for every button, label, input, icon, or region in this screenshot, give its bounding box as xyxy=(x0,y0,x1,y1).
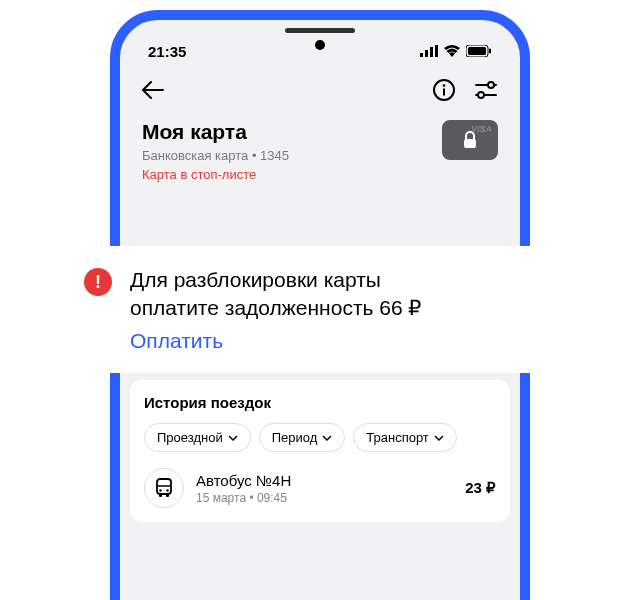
trip-date: 15 марта • 09:45 xyxy=(196,491,453,505)
trip-price: 23 ₽ xyxy=(465,479,496,497)
chevron-down-icon xyxy=(434,435,444,441)
callout-line2: оплатите задолженность 66 ₽ xyxy=(130,294,422,322)
app-header xyxy=(120,64,520,116)
card-section: Моя карта Банковская карта • 1345 Карта … xyxy=(120,116,520,198)
svg-rect-2 xyxy=(430,47,433,57)
chevron-down-icon xyxy=(228,435,238,441)
settings-button[interactable] xyxy=(474,80,498,104)
bus-icon xyxy=(154,477,174,499)
pay-link[interactable]: Оплатить xyxy=(130,329,223,353)
svg-point-8 xyxy=(443,84,446,87)
filter-pass[interactable]: Проездной xyxy=(144,423,251,452)
svg-rect-14 xyxy=(464,139,476,148)
alert-icon: ! xyxy=(84,268,112,296)
card-lock-badge[interactable]: VISA xyxy=(442,120,498,160)
svg-point-13 xyxy=(478,92,484,98)
svg-rect-35 xyxy=(166,494,169,497)
callout-line1: Для разблокировки карты xyxy=(130,266,422,294)
svg-rect-6 xyxy=(489,49,491,54)
filter-period[interactable]: Период xyxy=(259,423,346,452)
trip-name: Автобус №4Н xyxy=(196,472,453,489)
card-brand: VISA xyxy=(471,124,492,134)
notch-camera xyxy=(315,40,325,50)
filter-transport[interactable]: Транспорт xyxy=(353,423,457,452)
svg-rect-9 xyxy=(443,89,445,96)
trip-row[interactable]: Автобус №4Н 15 марта • 09:45 23 ₽ xyxy=(144,468,496,508)
back-button[interactable] xyxy=(142,81,164,103)
svg-rect-5 xyxy=(468,47,486,55)
svg-point-11 xyxy=(488,82,494,88)
chevron-down-icon xyxy=(322,435,332,441)
trip-icon xyxy=(144,468,184,508)
svg-point-33 xyxy=(166,489,168,491)
wifi-icon xyxy=(444,45,460,57)
status-time: 21:35 xyxy=(148,43,186,60)
svg-rect-34 xyxy=(159,494,162,497)
signal-icon xyxy=(420,45,438,57)
unlock-callout: ! Для разблокировки карты оплатите задол… xyxy=(62,246,578,373)
card-title: Моя карта xyxy=(142,120,289,144)
history-section: История поездок Проездной Период Транспо… xyxy=(130,380,510,522)
card-status: Карта в стоп-листе xyxy=(142,167,289,182)
notch-speaker xyxy=(285,28,355,33)
svg-rect-1 xyxy=(425,50,428,57)
info-button[interactable] xyxy=(432,78,456,106)
svg-point-32 xyxy=(159,489,161,491)
history-title: История поездок xyxy=(144,394,496,411)
svg-rect-3 xyxy=(435,45,438,57)
svg-rect-0 xyxy=(420,53,423,57)
card-subtitle: Банковская карта • 1345 xyxy=(142,148,289,163)
battery-icon xyxy=(466,45,492,57)
